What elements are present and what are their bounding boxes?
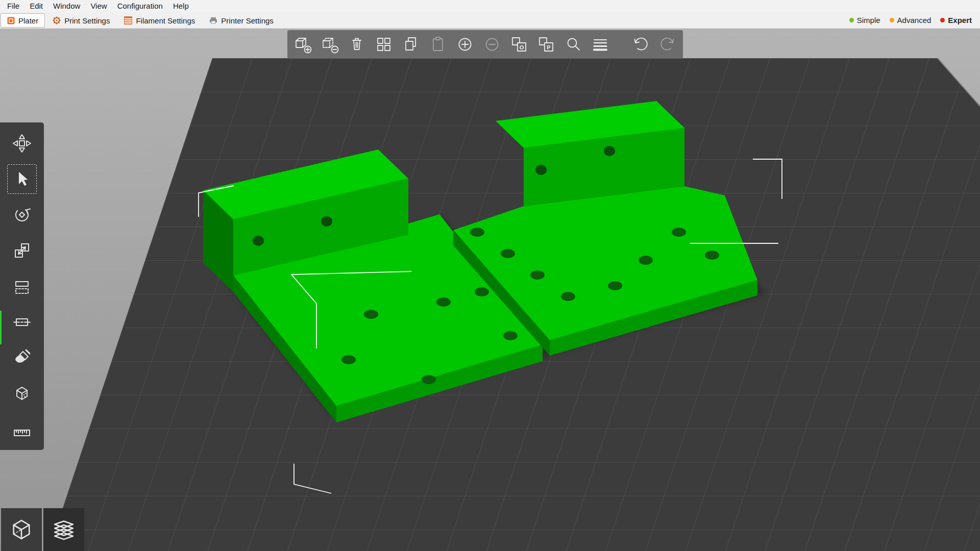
variable-layer-height-icon bbox=[590, 34, 610, 55]
menu-item-help[interactable]: Help bbox=[168, 0, 194, 12]
seam-cube-icon bbox=[11, 382, 33, 405]
viewport-canvas[interactable] bbox=[0, 29, 980, 551]
cut-tool-button[interactable] bbox=[7, 307, 37, 337]
paste-button[interactable] bbox=[427, 33, 449, 56]
simple-mode-dot bbox=[849, 18, 854, 22]
add-object-button[interactable] bbox=[291, 33, 314, 56]
paint-tool-button[interactable] bbox=[7, 343, 37, 372]
rotate-tool-button[interactable] bbox=[7, 200, 37, 230]
select-tool-button[interactable] bbox=[7, 164, 37, 194]
tab-print-settings[interactable]: Print Settings bbox=[46, 13, 116, 28]
undo-icon bbox=[630, 34, 651, 55]
mode-label: Advanced bbox=[897, 16, 932, 24]
redo-button[interactable] bbox=[656, 33, 679, 56]
scale-tool-button[interactable] bbox=[7, 236, 37, 265]
split-to-parts-icon: P bbox=[536, 34, 556, 55]
add-object-icon bbox=[292, 34, 313, 55]
add-instance-icon bbox=[455, 34, 475, 55]
copy-button[interactable] bbox=[400, 33, 422, 56]
paint-brush-icon bbox=[11, 346, 33, 369]
measure-ruler-icon bbox=[11, 418, 33, 440]
variable-layer-height-button[interactable] bbox=[589, 33, 611, 56]
viewport: O P bbox=[0, 29, 980, 551]
sliced-layers-icon bbox=[50, 515, 78, 544]
mode-simple[interactable]: Simple bbox=[847, 16, 883, 24]
split-to-objects-icon: O bbox=[509, 34, 529, 55]
plater-icon bbox=[7, 17, 15, 24]
tab-printer-settings[interactable]: Printer Settings bbox=[203, 13, 280, 28]
tab-bar: Plater Print Settings Filament Settings … bbox=[0, 12, 980, 29]
preview-sliced-view-button[interactable] bbox=[43, 508, 84, 551]
menu-item-file[interactable]: File bbox=[2, 0, 24, 12]
print-settings-icon bbox=[53, 16, 61, 24]
arrange-icon bbox=[374, 34, 394, 55]
delete-object-button[interactable] bbox=[318, 33, 341, 56]
menu-bar: File Edit Window View Configuration Help bbox=[0, 0, 980, 12]
tab-label: Printer Settings bbox=[221, 16, 274, 25]
top-toolbar: O P bbox=[287, 30, 683, 59]
arrange-button[interactable] bbox=[373, 33, 395, 56]
remove-instance-button[interactable] bbox=[481, 33, 503, 56]
tab-label: Plater bbox=[18, 16, 38, 25]
move-icon bbox=[11, 132, 33, 155]
mode-advanced[interactable]: Advanced bbox=[888, 16, 934, 24]
seam-tool-button[interactable] bbox=[7, 379, 37, 408]
trash-icon bbox=[347, 34, 367, 55]
expert-mode-dot bbox=[940, 18, 945, 22]
cut-icon bbox=[11, 311, 33, 333]
menu-item-configuration[interactable]: Configuration bbox=[112, 0, 168, 12]
printer-settings-icon bbox=[209, 17, 217, 24]
mode-label: Expert bbox=[948, 16, 972, 24]
measure-tool-button[interactable] bbox=[7, 414, 37, 444]
place-on-face-icon bbox=[11, 275, 33, 297]
tab-plater[interactable]: Plater bbox=[1, 13, 45, 28]
svg-text:P: P bbox=[547, 44, 550, 51]
copy-icon bbox=[401, 34, 421, 55]
scale-icon bbox=[11, 239, 33, 262]
split-to-objects-button[interactable]: O bbox=[508, 33, 530, 56]
menu-item-edit[interactable]: Edit bbox=[24, 0, 48, 12]
menu-item-window[interactable]: Window bbox=[48, 0, 85, 12]
menu-item-view[interactable]: View bbox=[85, 0, 112, 12]
split-to-parts-button[interactable]: P bbox=[535, 33, 557, 56]
left-toolbar bbox=[0, 122, 44, 450]
filament-settings-icon bbox=[124, 16, 132, 24]
tab-label: Print Settings bbox=[64, 16, 110, 25]
mode-label: Simple bbox=[857, 16, 880, 24]
select-cursor-icon bbox=[11, 168, 33, 190]
delete-object-icon bbox=[320, 34, 340, 55]
search-button[interactable] bbox=[562, 33, 584, 56]
tab-label: Filament Settings bbox=[136, 16, 195, 25]
3d-cube-icon bbox=[7, 515, 36, 544]
mode-expert[interactable]: Expert bbox=[938, 16, 974, 24]
redo-icon bbox=[657, 34, 678, 55]
advanced-mode-dot bbox=[890, 18, 894, 22]
rotate-icon bbox=[11, 204, 33, 226]
svg-text:O: O bbox=[520, 44, 524, 51]
search-icon bbox=[563, 34, 583, 55]
remove-instance-icon bbox=[482, 34, 502, 55]
tab-filament-settings[interactable]: Filament Settings bbox=[117, 13, 202, 28]
delete-all-button[interactable] bbox=[346, 33, 368, 56]
3d-editor-view-button[interactable] bbox=[1, 508, 42, 551]
bed-y-axis-line bbox=[0, 311, 2, 344]
view-switch bbox=[1, 508, 84, 551]
move-tool-button[interactable] bbox=[7, 129, 37, 158]
paste-icon bbox=[428, 34, 448, 55]
undo-button[interactable] bbox=[629, 33, 652, 56]
mode-switcher: Simple Advanced Expert bbox=[847, 16, 980, 24]
add-instance-button[interactable] bbox=[454, 33, 476, 56]
place-on-face-tool-button[interactable] bbox=[7, 271, 37, 301]
